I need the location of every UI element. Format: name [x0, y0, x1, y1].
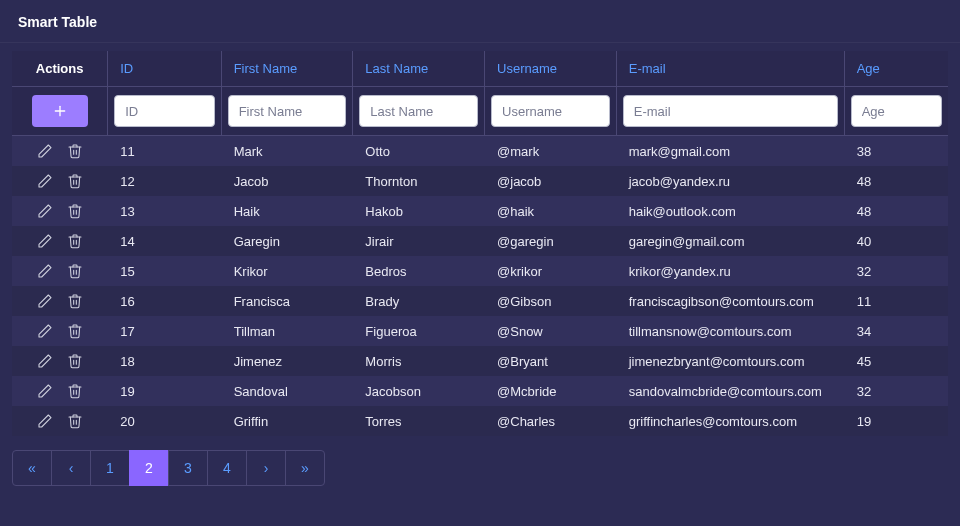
- cell-last-name: Brady: [353, 286, 485, 316]
- cell-username: @Bryant: [485, 346, 617, 376]
- cell-username: @mark: [485, 136, 617, 166]
- table-row: 20GriffinTorres@Charlesgriffincharles@co…: [12, 406, 948, 436]
- table-row: 12JacobThornton@jacobjacob@yandex.ru48: [12, 166, 948, 196]
- filter-last-name[interactable]: [359, 95, 478, 127]
- cell-last-name: Thornton: [353, 166, 485, 196]
- edit-button[interactable]: [37, 323, 53, 339]
- filter-id[interactable]: [114, 95, 214, 127]
- plus-icon: [52, 103, 68, 119]
- edit-button[interactable]: [37, 293, 53, 309]
- edit-button[interactable]: [37, 263, 53, 279]
- page-first[interactable]: «: [12, 450, 52, 486]
- cell-first-name: Jimenez: [222, 346, 354, 376]
- cell-id: 14: [108, 226, 221, 256]
- cell-age: 48: [845, 166, 948, 196]
- cell-age: 19: [845, 406, 948, 436]
- delete-button[interactable]: [67, 383, 83, 399]
- pencil-icon: [37, 383, 53, 399]
- trash-icon: [67, 263, 83, 279]
- pencil-icon: [37, 293, 53, 309]
- delete-button[interactable]: [67, 233, 83, 249]
- table-row: 17TillmanFigueroa@Snowtillmansnow@comtou…: [12, 316, 948, 346]
- cell-id: 20: [108, 406, 221, 436]
- col-id[interactable]: ID: [108, 51, 221, 87]
- col-first-name[interactable]: First Name: [222, 51, 354, 87]
- edit-button[interactable]: [37, 233, 53, 249]
- cell-username: @garegin: [485, 226, 617, 256]
- cell-email: jacob@yandex.ru: [617, 166, 845, 196]
- cell-id: 18: [108, 346, 221, 376]
- table-filter-row: [12, 87, 948, 136]
- cell-first-name: Garegin: [222, 226, 354, 256]
- filter-email[interactable]: [623, 95, 838, 127]
- filter-username[interactable]: [491, 95, 610, 127]
- filter-age[interactable]: [851, 95, 942, 127]
- cell-email: krikor@yandex.ru: [617, 256, 845, 286]
- col-last-name[interactable]: Last Name: [353, 51, 485, 87]
- edit-button[interactable]: [37, 383, 53, 399]
- trash-icon: [67, 143, 83, 159]
- col-email[interactable]: E-mail: [617, 51, 845, 87]
- cell-username: @jacob: [485, 166, 617, 196]
- cell-last-name: Torres: [353, 406, 485, 436]
- cell-username: @Gibson: [485, 286, 617, 316]
- cell-last-name: Hakob: [353, 196, 485, 226]
- page-4[interactable]: 4: [207, 450, 247, 486]
- cell-last-name: Figueroa: [353, 316, 485, 346]
- cell-last-name: Bedros: [353, 256, 485, 286]
- cell-age: 45: [845, 346, 948, 376]
- add-button[interactable]: [32, 95, 88, 127]
- page-next[interactable]: ›: [246, 450, 286, 486]
- page-2[interactable]: 2: [129, 450, 169, 486]
- cell-email: garegin@gmail.com: [617, 226, 845, 256]
- filter-first-name[interactable]: [228, 95, 347, 127]
- col-username[interactable]: Username: [485, 51, 617, 87]
- edit-button[interactable]: [37, 413, 53, 429]
- edit-button[interactable]: [37, 203, 53, 219]
- trash-icon: [67, 293, 83, 309]
- pencil-icon: [37, 233, 53, 249]
- trash-icon: [67, 233, 83, 249]
- delete-button[interactable]: [67, 413, 83, 429]
- cell-id: 11: [108, 136, 221, 166]
- page-last[interactable]: »: [285, 450, 325, 486]
- cell-email: mark@gmail.com: [617, 136, 845, 166]
- cell-first-name: Griffin: [222, 406, 354, 436]
- edit-button[interactable]: [37, 353, 53, 369]
- page-3[interactable]: 3: [168, 450, 208, 486]
- col-age[interactable]: Age: [845, 51, 948, 87]
- delete-button[interactable]: [67, 323, 83, 339]
- table-row: 19SandovalJacobson@Mcbridesandovalmcbrid…: [12, 376, 948, 406]
- delete-button[interactable]: [67, 263, 83, 279]
- pencil-icon: [37, 353, 53, 369]
- cell-first-name: Sandoval: [222, 376, 354, 406]
- cell-id: 12: [108, 166, 221, 196]
- delete-button[interactable]: [67, 203, 83, 219]
- cell-email: franciscagibson@comtours.com: [617, 286, 845, 316]
- delete-button[interactable]: [67, 353, 83, 369]
- table-wrap: Actions ID First Name Last Name Username…: [0, 43, 960, 440]
- data-table: Actions ID First Name Last Name Username…: [12, 51, 948, 436]
- cell-id: 13: [108, 196, 221, 226]
- pagination: «‹1234›»: [0, 440, 960, 490]
- trash-icon: [67, 383, 83, 399]
- cell-age: 11: [845, 286, 948, 316]
- cell-age: 38: [845, 136, 948, 166]
- cell-username: @Snow: [485, 316, 617, 346]
- cell-username: @Mcbride: [485, 376, 617, 406]
- trash-icon: [67, 323, 83, 339]
- edit-button[interactable]: [37, 173, 53, 189]
- delete-button[interactable]: [67, 143, 83, 159]
- cell-id: 19: [108, 376, 221, 406]
- delete-button[interactable]: [67, 293, 83, 309]
- delete-button[interactable]: [67, 173, 83, 189]
- table-row: 15KrikorBedros@krikorkrikor@yandex.ru32: [12, 256, 948, 286]
- edit-button[interactable]: [37, 143, 53, 159]
- cell-id: 16: [108, 286, 221, 316]
- cell-last-name: Jacobson: [353, 376, 485, 406]
- page-1[interactable]: 1: [90, 450, 130, 486]
- pencil-icon: [37, 413, 53, 429]
- table-body: 11MarkOtto@markmark@gmail.com3812JacobTh…: [12, 136, 948, 436]
- page-prev[interactable]: ‹: [51, 450, 91, 486]
- cell-age: 32: [845, 376, 948, 406]
